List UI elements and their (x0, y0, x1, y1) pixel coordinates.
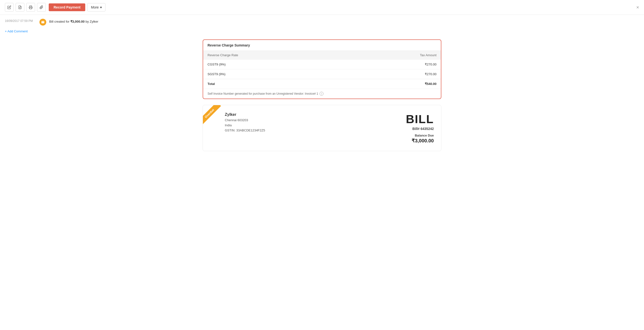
toolbar: Record Payment More ▾ × (0, 0, 644, 15)
self-invoice-note: Self Invoice Number generated for purcha… (203, 89, 441, 99)
rc-rate-cell: CGST9 (9%) (203, 60, 348, 69)
rc-table-row: SGST9 (9%)₹270.00 (203, 69, 441, 79)
print-button[interactable] (26, 3, 35, 12)
activity-area: 16/09/2017 07:59 PM Bill created for ₹3,… (0, 15, 644, 35)
rc-header-rate: Reverse Charge Rate (203, 51, 348, 60)
overdue-ribbon-label: Overdue (203, 105, 221, 125)
more-button[interactable]: More ▾ (87, 3, 106, 11)
activity-timestamp: 16/09/2017 07:59 PM (5, 19, 36, 23)
pdf-button[interactable] (16, 3, 24, 12)
bill-vendor-name: Zylker (225, 112, 265, 117)
overdue-ribbon: Overdue (203, 105, 227, 129)
close-button[interactable]: × (636, 5, 639, 10)
attach-button[interactable] (37, 3, 46, 12)
bill-number: Bill# 6435242 (406, 127, 434, 131)
reverse-charge-card: Reverse Charge Summary Reverse Charge Ra… (203, 39, 441, 99)
reverse-charge-table: Reverse Charge Rate Tax Amount CGST9 (9%… (203, 51, 441, 89)
reverse-charge-title: Reverse Charge Summary (203, 40, 441, 51)
svg-rect-2 (30, 7, 32, 9)
bill-title: BILL (406, 112, 434, 126)
bill-right: BILL Bill# 6435242 Balance Due ₹3,000.00 (406, 112, 434, 144)
chevron-down-icon: ▾ (100, 5, 102, 9)
bill-header: Zylker Chennai 603203 India GSTIN: 33ABC… (210, 112, 434, 144)
bill-vendor: Zylker Chennai 603203 India GSTIN: 33ABC… (225, 112, 265, 133)
bill-vendor-address: Chennai 603203 India GSTIN: 33ABCDE1234F… (225, 118, 265, 133)
info-icon: i (320, 92, 324, 96)
rc-header-tax: Tax Amount (348, 51, 441, 60)
main-content: Reverse Charge Summary Reverse Charge Ra… (0, 35, 644, 155)
balance-due-label: Balance Due (406, 134, 434, 137)
rc-total-amount: ₹540.00 (348, 79, 441, 89)
activity-row: 16/09/2017 07:59 PM Bill created for ₹3,… (5, 19, 639, 25)
record-payment-button[interactable]: Record Payment (49, 3, 85, 11)
activity-icon (40, 19, 46, 25)
rc-table-row: CGST9 (9%)₹270.00 (203, 60, 441, 69)
rc-amount-cell: ₹270.00 (348, 60, 441, 69)
rc-total-row: Total₹540.00 (203, 79, 441, 89)
balance-due-amount: ₹3,000.00 (406, 138, 434, 144)
rc-amount-cell: ₹270.00 (348, 69, 441, 79)
add-comment-link[interactable]: + Add Comment (5, 29, 28, 33)
rc-total-label: Total (203, 79, 348, 89)
edit-button[interactable] (5, 3, 14, 12)
bill-card: Overdue Zylker Chennai 603203 India GSTI… (203, 105, 441, 151)
activity-text: Bill created for ₹3,000.00 by Zylker (49, 20, 98, 23)
rc-rate-cell: SGST9 (9%) (203, 69, 348, 79)
